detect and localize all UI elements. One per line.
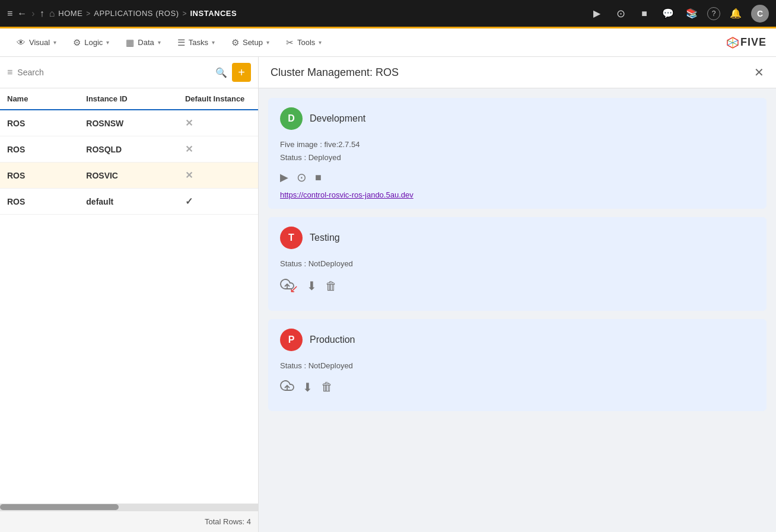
row3-name: ROS (7, 171, 86, 180)
col-header-name: Name (7, 94, 86, 103)
right-content: D Development Five image : five:2.7.54 S… (259, 88, 776, 532)
visual-caret: ▾ (53, 39, 56, 46)
right-panel: Cluster Management: ROS ✕ D Development … (259, 57, 776, 532)
setup-label: Setup (243, 38, 263, 47)
notification-icon[interactable]: 🔔 (727, 5, 744, 22)
card-header-dev: D Development (280, 107, 755, 130)
dev-name: Development (310, 113, 365, 124)
nav-tasks[interactable]: ☰ Tasks ▾ (170, 34, 222, 52)
left-panel: ≡ 🔍 + Name Instance ID Default Instance … (0, 57, 259, 532)
five-text: FIVE (740, 36, 767, 49)
scrollbar-area (0, 504, 258, 511)
x-icon: ✕ (185, 144, 193, 155)
play-icon[interactable]: ▶ (589, 5, 605, 22)
forward-icon[interactable]: › (31, 8, 34, 19)
breadcrumb-sep1: > (86, 9, 90, 18)
books-icon[interactable]: 📚 (683, 5, 700, 22)
tools-caret: ▾ (319, 39, 322, 46)
prod-cloud-icon[interactable] (280, 378, 294, 396)
back-icon[interactable]: ← (17, 8, 27, 19)
row4-default: ✓ (185, 196, 251, 207)
dev-search-icon[interactable]: ⊙ (297, 170, 307, 184)
testing-card: T Testing Status : NotDeployed (268, 217, 767, 311)
test-avatar: T (280, 227, 303, 249)
filter-icon[interactable]: ≡ (7, 67, 12, 78)
row2-name: ROS (7, 145, 86, 154)
nav-tools[interactable]: ✂ Tools ▾ (279, 34, 329, 52)
card-header-prod: P Production (280, 329, 755, 351)
col-header-instance: Instance ID (86, 94, 185, 103)
table-row-selected[interactable]: ROS ROSVIC ✕ (0, 163, 258, 189)
table-body: ROS ROSNSW ✕ ROS ROSQLD ✕ ROS ROSVIC ✕ R… (0, 110, 258, 504)
table-row[interactable]: ROS default ✓ (0, 189, 258, 215)
tools-label: Tools (297, 38, 315, 47)
close-button[interactable]: ✕ (754, 65, 764, 79)
prod-status-line: Status : NotDeployed (280, 359, 755, 372)
scrollbar-thumb[interactable] (0, 504, 119, 510)
up-icon[interactable]: ↑ (40, 8, 44, 19)
logic-caret: ▾ (106, 39, 109, 46)
dev-image-line: Five image : five:2.7.54 (280, 138, 755, 151)
cloud-icon (280, 378, 294, 393)
breadcrumb-home[interactable]: HOME (58, 9, 82, 18)
user-avatar[interactable]: C (751, 5, 769, 23)
nav-right: ▶ ⊙ ■ 💬 📚 ? 🔔 C (589, 5, 769, 23)
search-button[interactable]: 🔍 (215, 67, 227, 78)
prod-delete-icon[interactable]: 🗑 (321, 380, 333, 394)
logic-label: Logic (84, 38, 103, 47)
test-cloud-icon[interactable] (280, 277, 294, 295)
prod-avatar: P (280, 329, 303, 351)
prod-actions: ⬇ 🗑 (280, 378, 755, 396)
nav-visual[interactable]: 👁 Visual ▾ (9, 34, 63, 51)
home-icon: ⌂ (49, 8, 55, 19)
card-header-test: T Testing (280, 227, 755, 249)
row3-default: ✕ (185, 170, 251, 181)
total-rows: Total Rows: 4 (205, 517, 251, 526)
stop-icon[interactable]: ■ (636, 5, 653, 22)
row1-name: ROS (7, 119, 86, 128)
row1-default: ✕ (185, 117, 251, 129)
row4-name: ROS (7, 197, 86, 206)
col-header-default: Default Instance (185, 94, 251, 103)
row3-instance: ROSVIC (86, 171, 185, 180)
add-button[interactable]: + (232, 63, 251, 82)
prod-download-icon[interactable]: ⬇ (303, 380, 313, 394)
test-name: Testing (310, 232, 340, 243)
test-actions: ↙ ⬇ 🗑 (280, 276, 755, 295)
search-circle-icon[interactable]: ⊙ (612, 5, 629, 22)
nav-setup[interactable]: ⚙ Setup ▾ (224, 34, 276, 52)
help-icon[interactable]: ? (707, 7, 720, 20)
dev-actions: ▶ ⊙ ■ (280, 170, 755, 184)
chat-icon[interactable]: 💬 (660, 5, 676, 22)
row4-instance: default (86, 197, 185, 206)
nav-logic[interactable]: ⚙ Logic ▾ (66, 34, 116, 52)
nav-left: ≡ ← › ↑ ⌂ HOME > APPLICATIONS (ROS) > IN… (7, 8, 584, 19)
test-status-line: Status : NotDeployed (280, 257, 755, 270)
test-delete-icon[interactable]: 🗑 (325, 279, 337, 293)
breadcrumb: ⌂ HOME > APPLICATIONS (ROS) > INSTANCES (49, 8, 237, 19)
x-icon: ✕ (185, 117, 193, 129)
breadcrumb-apps[interactable]: APPLICATIONS (ROS) (94, 9, 179, 18)
cloud-upload-icon (280, 277, 294, 291)
row2-instance: ROSQLD (86, 145, 185, 154)
menu-icon[interactable]: ≡ (7, 8, 12, 19)
breadcrumb-instances[interactable]: INSTANCES (190, 9, 237, 18)
test-info: Status : NotDeployed (280, 257, 755, 270)
search-bar: ≡ 🔍 + (0, 57, 258, 88)
production-card: P Production Status : NotDeployed ⬇ (268, 319, 767, 411)
data-icon: ▦ (126, 37, 134, 48)
test-download-icon[interactable]: ⬇ (307, 279, 317, 293)
search-input[interactable] (17, 68, 211, 77)
row2-default: ✕ (185, 144, 251, 155)
dev-play-icon[interactable]: ▶ (280, 171, 288, 184)
dev-stop-icon[interactable]: ■ (315, 171, 322, 184)
prod-info: Status : NotDeployed (280, 359, 755, 372)
secondary-navigation: 👁 Visual ▾ ⚙ Logic ▾ ▦ Data ▾ ☰ Tasks ▾ … (0, 28, 776, 57)
check-icon: ✓ (185, 196, 193, 207)
nav-data[interactable]: ▦ Data ▾ (119, 34, 167, 52)
table-row[interactable]: ROS ROSNSW ✕ (0, 110, 258, 136)
table-row[interactable]: ROS ROSQLD ✕ (0, 136, 258, 163)
dev-link[interactable]: https://control-rosvic-ros-jando.5au.dev (280, 190, 755, 199)
development-card: D Development Five image : five:2.7.54 S… (268, 98, 767, 209)
five-logo: FIVE (726, 36, 767, 49)
